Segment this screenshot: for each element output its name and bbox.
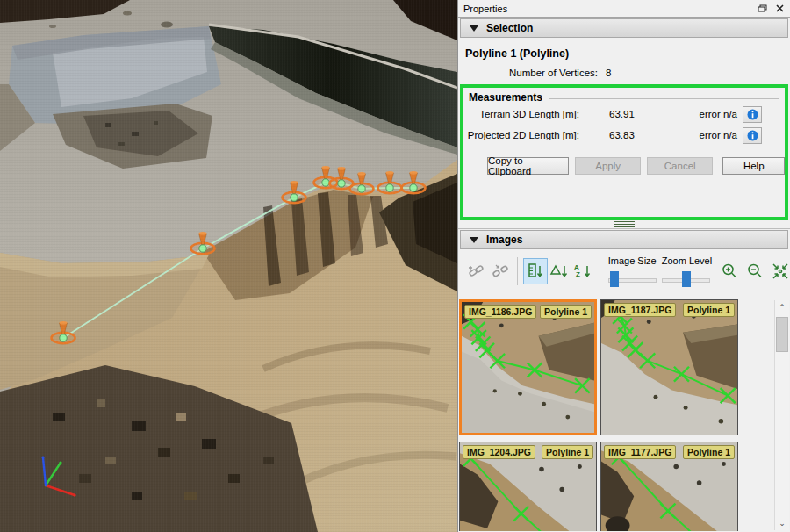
measurements-button-row: Copy to Clipboard Apply Cancel Help xyxy=(463,157,785,175)
properties-titlebar[interactable]: Properties xyxy=(458,0,790,18)
thumbnail-img-1204[interactable]: IMG_1204.JPG Polyline 1 xyxy=(459,442,597,531)
terrain-3d-length-label: Terrain 3D Length [m]: xyxy=(463,109,579,119)
cancel-button: Cancel xyxy=(647,157,714,175)
projected-2d-length-label: Projected 2D Length [m]: xyxy=(463,130,579,140)
zoom-level-label: Zoom Level xyxy=(662,255,712,266)
thumbnail-badges: IMG_1186.JPG Polyline 1 xyxy=(464,305,592,319)
measurement-row: Projected 2D Length [m]: 63.83 error n/a xyxy=(463,125,760,146)
images-section-header[interactable]: Images xyxy=(460,230,788,249)
panel-splitter[interactable] xyxy=(458,220,790,229)
collapse-triangle-icon xyxy=(470,237,478,243)
thumbnail-tag-badge: Polyline 1 xyxy=(542,445,593,459)
scroll-up-arrow-icon[interactable]: ⌃ xyxy=(775,301,789,313)
measurement-row: Terrain 3D Length [m]: 63.91 error n/a xyxy=(463,104,760,125)
thumbnail-filename-badge: IMG_1186.JPG xyxy=(464,305,536,319)
toolbar-separator xyxy=(600,257,600,285)
image-size-label: Image Size xyxy=(608,255,657,266)
thumbnail-img-1187[interactable]: IMG_1187.JPG Polyline 1 xyxy=(600,299,738,435)
thumbnail-filename-badge: IMG_1204.JPG xyxy=(463,445,535,459)
copy-to-clipboard-button[interactable]: Copy to Clipboard xyxy=(487,157,569,175)
thumbnail-tag-badge: Polyline 1 xyxy=(683,303,735,317)
sort-by-elevation-button[interactable] xyxy=(548,259,571,284)
measurements-highlight-box: Measurements Terrain 3D Length [m]: 63.9… xyxy=(460,84,788,220)
thumbnail-img-1186[interactable]: IMG_1186.JPG Polyline 1 xyxy=(459,299,597,435)
svg-text:Z: Z xyxy=(576,270,580,278)
link-add-button[interactable] xyxy=(465,259,488,284)
thumbnail-badges: IMG_1204.JPG Polyline 1 xyxy=(463,445,593,459)
selection-header-label: Selection xyxy=(486,22,533,34)
properties-panel: Properties Selection Polyline 1 (Polylin… xyxy=(457,0,790,532)
thumbnail-badges: IMG_1177.JPG Polyline 1 xyxy=(604,445,735,459)
thumbnail-scrollbar[interactable]: ⌃ ⌄ xyxy=(774,300,789,530)
vertex-count-label: Number of Vertices: xyxy=(509,68,598,78)
scrollbar-thumb[interactable] xyxy=(776,317,788,352)
projected-2d-length-value: 63.83 xyxy=(579,130,667,140)
zoom-in-button[interactable] xyxy=(720,261,740,282)
zoom-level-control: Zoom Level xyxy=(662,255,712,287)
measurements-label: Measurements xyxy=(469,91,542,104)
selected-object-title: Polyline 1 (Polyline) xyxy=(465,47,790,60)
terrain-3d-length-error: error n/a xyxy=(667,109,737,119)
thumbnail-grid: IMG_1186.JPG Polyline 1 IMG_1187 xyxy=(459,299,790,531)
image-size-slider[interactable] xyxy=(608,271,657,287)
projected-2d-length-error: error n/a xyxy=(667,130,737,140)
vertex-count-row: Number of Vertices: 8 xyxy=(509,68,790,78)
selection-section-header[interactable]: Selection xyxy=(460,18,788,38)
scroll-down-arrow-icon[interactable]: ⌄ xyxy=(775,517,789,529)
thumbnail-tag-badge: Polyline 1 xyxy=(540,305,592,319)
zoom-level-slider-handle[interactable] xyxy=(682,271,691,287)
toolbar-separator xyxy=(517,257,518,285)
link-break-button[interactable] xyxy=(488,259,511,284)
thumbnail-filename-badge: IMG_1177.JPG xyxy=(604,445,676,459)
image-size-control: Image Size xyxy=(608,255,657,287)
close-panel-icon[interactable] xyxy=(772,3,786,15)
terrain-3d-length-value: 63.91 xyxy=(579,109,667,119)
sort-alphabetical-button[interactable]: A Z xyxy=(571,259,593,284)
collapse-triangle-icon xyxy=(470,25,478,32)
thumbnail-filename-badge: IMG_1187.JPG xyxy=(604,303,676,317)
images-toolbar: A Z Image Size Zoom Level xyxy=(458,249,790,293)
images-header-label: Images xyxy=(486,234,522,246)
vertex-count-value: 8 xyxy=(606,68,611,78)
terrain-render xyxy=(0,0,457,532)
panel-title: Properties xyxy=(463,4,751,14)
splitter-handle-icon[interactable] xyxy=(614,221,635,227)
terrain-3d-info-button[interactable] xyxy=(743,106,762,123)
thumbnail-badges: IMG_1187.JPG Polyline 1 xyxy=(604,303,735,317)
3d-viewport[interactable] xyxy=(0,0,457,532)
thumbnail-img-1177[interactable]: IMG_1177.JPG Polyline 1 xyxy=(600,442,738,531)
zoom-fit-button[interactable] xyxy=(770,261,790,282)
polyline-annotation-overlay xyxy=(601,300,737,435)
float-panel-icon[interactable] xyxy=(755,3,769,15)
zoom-level-slider[interactable] xyxy=(662,271,710,287)
thumbnail-tag-badge: Polyline 1 xyxy=(683,445,735,459)
image-size-slider-handle[interactable] xyxy=(610,271,619,287)
help-button[interactable]: Help xyxy=(722,157,785,175)
measurements-groupbox-header: Measurements xyxy=(469,91,779,104)
apply-button: Apply xyxy=(575,157,641,175)
groupbox-rule xyxy=(549,98,779,99)
projected-2d-info-button[interactable] xyxy=(743,127,762,144)
sort-by-distance-button[interactable] xyxy=(523,258,548,284)
zoom-out-button[interactable] xyxy=(745,261,765,282)
polyline-annotation-overlay xyxy=(462,302,594,433)
image-thumbnail-list: IMG_1186.JPG Polyline 1 IMG_1187 xyxy=(458,299,790,531)
